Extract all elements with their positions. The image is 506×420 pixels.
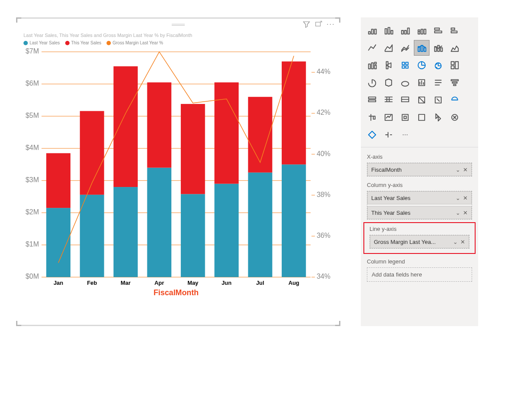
column-y-field-this-year-sales[interactable]: This Year Sales ⌄✕ bbox=[367, 206, 472, 219]
svg-rect-0 bbox=[316, 22, 320, 26]
viz-type-icon-22[interactable] bbox=[430, 75, 446, 90]
viz-type-icon-36[interactable] bbox=[364, 127, 380, 143]
svg-text:May: May bbox=[187, 280, 199, 286]
svg-text:38%: 38% bbox=[316, 191, 330, 198]
svg-text:34%: 34% bbox=[316, 273, 330, 280]
viz-type-icon-32[interactable] bbox=[397, 110, 413, 125]
viz-type-icon-1[interactable] bbox=[381, 23, 396, 38]
viz-type-icon-2[interactable] bbox=[397, 23, 413, 38]
visualizations-panel: ··· X-axis FiscalMonth ⌄✕ Column y-axis … bbox=[361, 17, 478, 326]
svg-text:Jun: Jun bbox=[222, 280, 232, 286]
svg-rect-47 bbox=[248, 173, 273, 277]
chart-legend: Last Year Sales This Year Sales Gross Ma… bbox=[17, 38, 339, 48]
svg-text:Feb: Feb bbox=[87, 280, 97, 286]
column-y-field-last-year-sales[interactable]: Last Year Sales ⌄✕ bbox=[367, 191, 472, 204]
column-legend-label: Column legend bbox=[367, 258, 472, 265]
viz-type-icon-7[interactable] bbox=[381, 40, 396, 56]
svg-rect-39 bbox=[147, 82, 172, 167]
viz-type-icon-5[interactable] bbox=[447, 23, 463, 38]
viz-type-icon-9[interactable] bbox=[414, 40, 429, 56]
chart-visual[interactable]: ··· Last Year Sales, This Year Sales and… bbox=[17, 17, 339, 326]
legend-last-year: Last Year Sales bbox=[30, 40, 60, 45]
viz-type-icon-12[interactable] bbox=[364, 57, 380, 73]
viz-type-icon-28[interactable] bbox=[430, 92, 446, 108]
svg-text:Apr: Apr bbox=[154, 280, 164, 286]
legend-this-year: This Year Sales bbox=[71, 40, 102, 45]
line-y-axis-label: Line y-axis bbox=[370, 226, 469, 232]
xaxis-field-fiscalmonth[interactable]: FiscalMonth ⌄✕ bbox=[367, 163, 472, 176]
viz-type-icon-14[interactable] bbox=[397, 57, 413, 73]
svg-rect-50 bbox=[282, 164, 306, 277]
focus-mode-icon[interactable] bbox=[315, 20, 323, 28]
chevron-down-icon[interactable]: ⌄ bbox=[456, 210, 460, 216]
svg-rect-45 bbox=[214, 82, 239, 183]
svg-text:Jan: Jan bbox=[53, 280, 63, 286]
svg-text:36%: 36% bbox=[316, 232, 330, 239]
remove-field-icon[interactable]: ✕ bbox=[463, 195, 468, 201]
viz-type-icon-29[interactable] bbox=[447, 92, 463, 108]
chart-title: Last Year Sales, This Year Sales and Gro… bbox=[17, 31, 339, 38]
legend-gross-margin: Gross Margin Last Year % bbox=[113, 40, 163, 45]
viz-type-icon-16[interactable] bbox=[430, 57, 446, 73]
svg-rect-44 bbox=[214, 184, 239, 277]
viz-type-icon-21[interactable] bbox=[414, 75, 429, 90]
viz-type-icon-25[interactable] bbox=[381, 92, 396, 108]
chevron-down-icon[interactable]: ⌄ bbox=[456, 167, 460, 173]
svg-rect-35 bbox=[113, 187, 138, 277]
viz-type-icon-33[interactable] bbox=[414, 110, 429, 125]
viz-type-icon-30[interactable] bbox=[364, 110, 380, 125]
drag-grip-icon[interactable] bbox=[172, 24, 185, 26]
remove-field-icon[interactable]: ✕ bbox=[463, 210, 468, 216]
line-y-field-gross-margin[interactable]: Gross Margin Last Yea... ⌄✕ bbox=[370, 235, 469, 248]
viz-type-icon-23[interactable] bbox=[447, 75, 463, 90]
remove-field-icon[interactable]: ✕ bbox=[460, 239, 465, 245]
viz-type-icon-34[interactable] bbox=[430, 110, 446, 125]
viz-type-icon-10[interactable] bbox=[430, 40, 446, 56]
viz-type-icon-20[interactable] bbox=[397, 75, 413, 90]
viz-type-icon-11[interactable] bbox=[447, 40, 463, 56]
svg-text:Mar: Mar bbox=[121, 280, 131, 286]
svg-text:$0M: $0M bbox=[26, 273, 39, 280]
svg-text:FiscalMonth: FiscalMonth bbox=[153, 288, 199, 297]
svg-text:Jul: Jul bbox=[256, 280, 264, 286]
viz-type-icon-4[interactable] bbox=[430, 23, 446, 38]
viz-type-icon-6[interactable] bbox=[364, 40, 380, 56]
line-y-axis-highlight: Line y-axis Gross Margin Last Yea... ⌄✕ bbox=[363, 222, 476, 254]
more-options-icon[interactable]: ··· bbox=[327, 20, 335, 28]
viz-type-icon-31[interactable] bbox=[381, 110, 396, 125]
svg-rect-38 bbox=[147, 168, 172, 277]
viz-type-icon-13[interactable] bbox=[381, 57, 396, 73]
svg-text:40%: 40% bbox=[316, 150, 330, 157]
svg-text:$6M: $6M bbox=[26, 80, 39, 87]
remove-field-icon[interactable]: ✕ bbox=[463, 167, 468, 173]
svg-rect-32 bbox=[80, 195, 104, 277]
viz-type-icon-37[interactable] bbox=[381, 127, 396, 143]
viz-type-icon-27[interactable] bbox=[414, 92, 429, 108]
svg-text:Aug: Aug bbox=[288, 280, 299, 286]
visual-header: ··· bbox=[17, 19, 339, 31]
filter-icon[interactable] bbox=[303, 20, 310, 28]
viz-type-icon-18[interactable] bbox=[364, 75, 380, 90]
viz-type-icon-0[interactable] bbox=[364, 23, 380, 38]
viz-type-icon-26[interactable] bbox=[397, 92, 413, 108]
chevron-down-icon[interactable]: ⌄ bbox=[456, 195, 460, 201]
viz-type-icon-17[interactable] bbox=[447, 57, 463, 73]
column-legend-placeholder[interactable]: Add data fields here bbox=[367, 268, 472, 281]
viz-type-icon-15[interactable] bbox=[414, 57, 429, 73]
svg-rect-36 bbox=[113, 66, 138, 187]
svg-rect-51 bbox=[282, 61, 306, 164]
viz-type-icon-19[interactable] bbox=[381, 75, 396, 90]
svg-text:$1M: $1M bbox=[26, 240, 39, 248]
viz-type-icon-24[interactable] bbox=[364, 92, 380, 108]
svg-rect-30 bbox=[46, 153, 70, 208]
svg-rect-41 bbox=[181, 194, 205, 277]
chart-plot-area: $0M$1M$2M$3M$4M$5M$6M$7M34%36%38%40%42%4… bbox=[23, 48, 333, 300]
svg-text:44%: 44% bbox=[316, 68, 330, 75]
viz-type-icon-3[interactable] bbox=[414, 23, 429, 38]
viz-more-icon[interactable]: ··· bbox=[397, 127, 413, 143]
svg-text:42%: 42% bbox=[316, 109, 330, 116]
visual-type-gallery: ··· bbox=[361, 21, 478, 144]
viz-type-icon-8[interactable] bbox=[397, 40, 413, 56]
viz-type-icon-35[interactable] bbox=[447, 110, 463, 125]
chevron-down-icon[interactable]: ⌄ bbox=[453, 239, 458, 245]
